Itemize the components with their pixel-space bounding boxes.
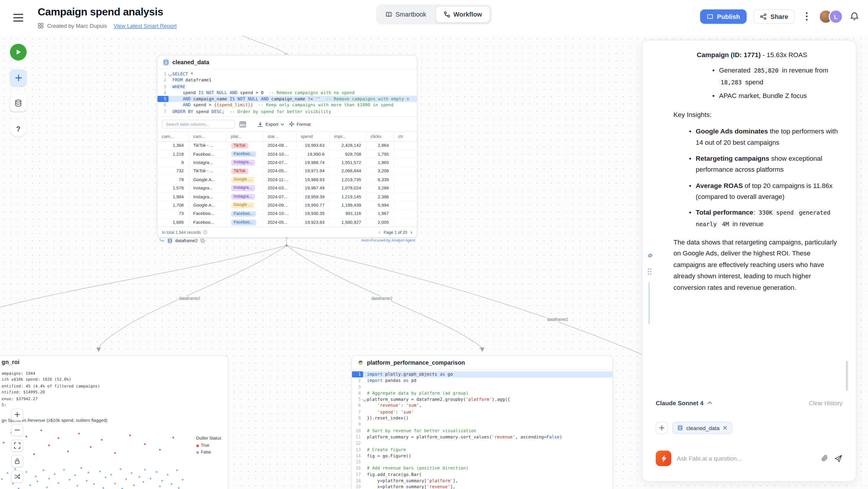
table-cell: Faceboo... xyxy=(226,150,263,158)
python-code-editor[interactable]: 1import plotly.graph_objects as go2impor… xyxy=(352,369,613,489)
zoom-out-button[interactable] xyxy=(11,424,23,436)
drag-handle-icon[interactable] xyxy=(647,268,652,275)
sql-node-cleaned-data[interactable]: cleaned_data 1SELECT *2FROM dataframe13W… xyxy=(157,55,417,238)
table-cell: 19,993.63 xyxy=(296,142,329,150)
prev-page-icon[interactable]: ‹ xyxy=(378,230,380,235)
column-header[interactable]: plat... xyxy=(226,132,263,142)
table-cell: Instagra... xyxy=(226,192,263,201)
column-header[interactable]: ctr xyxy=(394,132,418,142)
zoom-in-button[interactable] xyxy=(11,408,23,421)
code-line: 3 xyxy=(352,384,613,390)
run-all-button[interactable] xyxy=(10,44,27,60)
more-options-icon[interactable] xyxy=(801,9,812,24)
tab-workflow[interactable]: Workflow xyxy=(435,6,490,23)
clear-history-button[interactable]: Clear History xyxy=(809,400,842,406)
data-sources-button[interactable] xyxy=(10,95,27,111)
avatar-letter[interactable]: L xyxy=(829,9,843,24)
menu-icon[interactable] xyxy=(13,14,23,22)
table-row[interactable]: 9Instagra...Instagra...2024-07...19,988.… xyxy=(157,158,418,167)
table-row[interactable]: 1,364TikTok - ...TikTok2024-09...19,993.… xyxy=(157,142,418,150)
chat-message: •APAC market, Bundle Z focus xyxy=(712,91,841,102)
chat-message: •Generated 285,820 in revenue from 18,28… xyxy=(712,65,841,88)
table-row[interactable]: 1,708Google A...Google ...2024-09...19,9… xyxy=(157,201,418,210)
legend-item[interactable]: False xyxy=(196,449,221,456)
column-header[interactable]: star... xyxy=(262,132,296,142)
chat-scrollbar[interactable] xyxy=(846,361,848,391)
table-row[interactable]: 1,218Faceboo...Faceboo...2024-10-...19,9… xyxy=(157,150,418,158)
table-row[interactable]: 79Google A...Google ...2024-11-...19,968… xyxy=(157,176,418,184)
latest-report-link[interactable]: View Latest Smart Report xyxy=(113,23,177,29)
table-row[interactable]: 73Faceboo...Faceboo...2024-10-...19,930.… xyxy=(157,210,418,218)
left-toolbar: ? xyxy=(10,44,27,137)
help-button[interactable]: ? xyxy=(10,120,27,137)
columns-icon[interactable] xyxy=(240,121,246,127)
column-header[interactable]: cam... xyxy=(189,132,226,142)
export-button[interactable]: Export xyxy=(257,121,284,127)
send-icon[interactable] xyxy=(834,454,842,462)
share-icon xyxy=(760,13,767,20)
platform-badge: TikTok xyxy=(231,169,248,174)
column-header[interactable]: spend xyxy=(296,132,329,142)
attachment-icon[interactable] xyxy=(821,454,829,462)
close-icon[interactable] xyxy=(723,426,727,430)
table-cell: Faceboo... xyxy=(226,218,263,227)
table-cell xyxy=(394,150,418,158)
column-header[interactable]: cam... xyxy=(157,132,189,142)
scatter-point xyxy=(114,483,116,485)
scatter-point xyxy=(150,478,152,479)
roi-chart-node[interactable]: gn_roi ampaigns: 1944ith ≥$10k spend: 10… xyxy=(0,355,228,489)
scatter-point xyxy=(111,474,112,476)
download-icon xyxy=(257,121,264,127)
reset-axes-button[interactable] xyxy=(11,471,23,483)
scatter-plot[interactable] xyxy=(0,426,186,489)
publish-button[interactable]: Publish xyxy=(700,9,747,24)
table-row[interactable]: 1,685Faceboo...Faceboo...2024-05...19,92… xyxy=(157,218,418,227)
fullscreen-button[interactable] xyxy=(11,439,23,452)
share-button[interactable]: Share xyxy=(753,9,795,24)
table-cell: 2024-07... xyxy=(262,158,296,167)
legend-item[interactable]: True xyxy=(196,442,221,449)
table-cell: 991,116 xyxy=(329,210,366,218)
bullet-marker: • xyxy=(689,207,691,230)
tab-smartbook[interactable]: Smartbook xyxy=(378,6,434,23)
format-button[interactable]: Format xyxy=(289,121,311,127)
platform-badge: Google ... xyxy=(231,203,255,208)
lock-axes-button[interactable] xyxy=(11,455,23,467)
edge-label: dataframe2 xyxy=(178,296,201,301)
table-row[interactable]: 732TikTok - ...TikTok2024-05...19,971.94… xyxy=(157,167,418,176)
bullet-text: Generated 285,820 in revenue from 18,283… xyxy=(719,65,841,88)
table-row[interactable]: 1,984Instagra...Instagra...2024-07...19,… xyxy=(157,192,418,201)
link-anchor-icon[interactable] xyxy=(647,252,653,259)
table-cell: 1,199,439 xyxy=(329,201,366,210)
scatter-point xyxy=(78,433,80,435)
table-cell: 928,708 xyxy=(329,150,366,158)
node-header: cleaned_data xyxy=(157,55,417,69)
search-columns-input[interactable] xyxy=(162,120,235,129)
chat-message: •Average ROAS of top 20 campaigns is 11.… xyxy=(689,180,841,203)
edge-to-left-offscreen xyxy=(0,245,286,310)
add-cell-button[interactable] xyxy=(10,69,27,86)
table-cell: 5,994 xyxy=(366,201,394,210)
column-header[interactable]: impr... xyxy=(329,132,366,142)
model-selector[interactable]: Claude Sonnet 4 xyxy=(656,400,712,406)
context-chip-cleaned-data[interactable]: cleaned_data xyxy=(672,422,732,434)
play-icon xyxy=(15,49,21,55)
fold-caret-icon[interactable] xyxy=(168,72,173,77)
chat-input[interactable] xyxy=(677,455,815,461)
python-node-platform-performance[interactable]: platform_performance_comparison 1import … xyxy=(351,355,613,489)
table-cell: 1,551,572 xyxy=(329,158,366,167)
table-row[interactable]: 1,578Instagra...Instagra...2024-03...19,… xyxy=(157,184,418,193)
sql-code-editor[interactable]: 1SELECT *2FROM dataframe13WHERE4 spend I… xyxy=(157,69,417,116)
scatter-point xyxy=(26,436,27,438)
platform-badge: Instagra... xyxy=(231,185,255,191)
created-by-row: Created by Marc Dupuis View Latest Smart… xyxy=(38,23,177,29)
add-context-button[interactable] xyxy=(656,422,668,434)
column-header[interactable]: clicks xyxy=(366,132,394,142)
table-cell: 1,364 xyxy=(157,142,189,150)
notifications-bell-icon[interactable] xyxy=(850,11,859,21)
code-line: 15 xyxy=(352,459,613,465)
table-cell: 6,339 xyxy=(366,176,394,184)
table-cell: TikTok - ... xyxy=(189,167,226,176)
next-page-icon[interactable]: › xyxy=(411,230,412,235)
fold-caret-icon[interactable] xyxy=(362,397,367,402)
